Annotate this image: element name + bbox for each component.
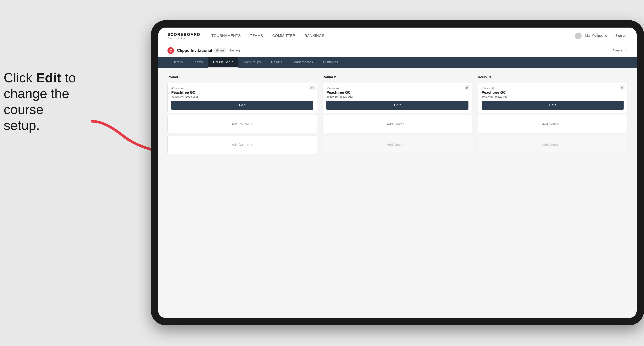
round-1-column: Round 1 🗑 (Course A) Peachtree GC Yellow… — [168, 75, 317, 154]
nav-links: TOURNAMENTS TEAMS COMMITTEE RANKINGS — [212, 34, 575, 38]
hosting-badge: Hosting — [228, 48, 240, 52]
tab-course-setup[interactable]: Course Setup — [208, 57, 238, 68]
round-1-add-course-1-label: Add Course — [232, 122, 249, 126]
round-1-add-course-2-label: Add Course — [232, 143, 249, 147]
nav-right: blair@clippd.io | Sign out — [575, 32, 628, 39]
round-2-add-plus-1-icon: + — [406, 122, 408, 126]
round-3-course-name: Peachtree GC — [482, 90, 624, 95]
instruction-bold: Edit — [36, 70, 61, 85]
tab-details[interactable]: Details — [168, 57, 188, 68]
round-2-course-details: Yellow (M) (6629 yds) — [326, 95, 468, 98]
instruction-text: Click Edit to change the course setup. — [4, 70, 81, 133]
nav-rankings[interactable]: RANKINGS — [304, 34, 324, 38]
tab-results[interactable]: Results — [266, 57, 287, 68]
round-2-add-course-2-label: Add Course — [387, 143, 404, 147]
tab-nav: Details Teams Course Setup Tee Groups Re… — [158, 57, 637, 68]
round-3-add-plus-1-icon: + — [561, 122, 563, 126]
round-1-label: Round 1 — [168, 75, 317, 79]
round-2-course-card: 🗑 (Course A) Peachtree GC Yellow (M) (66… — [322, 83, 472, 113]
round-3-edit-button[interactable]: Edit — [482, 101, 624, 110]
round-2-label: Round 2 — [322, 75, 472, 79]
sub-header: C Clippd Invitational (Men) Hosting Canc… — [158, 44, 637, 57]
round-3-add-plus-2-icon: + — [561, 143, 563, 147]
round-2-add-course-1[interactable]: Add Course + — [322, 115, 472, 133]
tab-tee-groups[interactable]: Tee Groups — [238, 57, 266, 68]
round-3-delete-button[interactable]: 🗑 — [620, 85, 625, 90]
round-3-add-course-2-label: Add Course — [542, 143, 560, 147]
tournament-name: Clippd Invitational — [177, 48, 212, 53]
logo-sub: Powered by clippd — [168, 37, 200, 39]
cancel-icon: ✕ — [625, 48, 628, 53]
user-email: blair@clippd.io — [585, 34, 607, 38]
round-3-course-tag: (Course A) — [482, 87, 624, 90]
nav-separator: | — [611, 34, 612, 38]
round-2-column: Round 2 🗑 (Course A) Peachtree GC Yellow… — [322, 75, 472, 154]
tab-leaderboards[interactable]: Leaderboards — [287, 57, 318, 68]
round-2-course-tag: (Course A) — [326, 87, 468, 90]
round-1-course-details: Yellow (M) (6629 yds) — [171, 95, 313, 98]
round-2-add-plus-2-icon: + — [406, 143, 408, 147]
round-2-delete-button[interactable]: 🗑 — [465, 85, 470, 90]
round-3-add-course-1[interactable]: Add Course + — [478, 115, 628, 133]
nav-teams[interactable]: TEAMS — [250, 34, 263, 38]
round-1-add-plus-1-icon: + — [250, 122, 253, 126]
tab-printables[interactable]: Printables — [318, 57, 343, 68]
round-1-edit-button[interactable]: Edit — [171, 101, 313, 110]
cancel-button[interactable]: Cancel ✕ — [613, 48, 628, 53]
logo-area: SCOREBOARD Powered by clippd — [168, 32, 200, 39]
tablet-frame: SCOREBOARD Powered by clippd TOURNAMENTS… — [151, 20, 644, 325]
round-1-add-course-1[interactable]: Add Course + — [168, 115, 317, 133]
round-1-course-tag: (Course A) — [171, 87, 313, 90]
nav-committee[interactable]: COMMITTEE — [272, 34, 295, 38]
round-1-add-course-2[interactable]: Add Course + — [168, 136, 317, 154]
sign-out-link[interactable]: Sign out — [615, 34, 628, 38]
logo-scoreboard: SCOREBOARD — [168, 32, 200, 37]
user-avatar — [575, 32, 582, 39]
gender-badge: (Men) — [214, 48, 226, 53]
nav-tournaments[interactable]: TOURNAMENTS — [212, 34, 241, 38]
tournament-logo: C — [168, 47, 174, 54]
round-1-add-plus-2-icon: + — [250, 143, 253, 147]
round-3-add-course-2: Add Course + — [478, 136, 628, 154]
round-3-column: Round 3 🗑 (Course A) Peachtree GC Yellow… — [478, 75, 628, 154]
round-1-course-card: 🗑 (Course A) Peachtree GC Yellow (M) (66… — [168, 83, 317, 113]
round-2-add-course-2: Add Course + — [322, 136, 472, 154]
instruction-area: Click Edit to change the course setup. — [4, 70, 81, 133]
main-content: Round 1 🗑 (Course A) Peachtree GC Yellow… — [158, 68, 637, 318]
round-3-course-details: Yellow (M) (6629 yds) — [482, 95, 624, 98]
round-2-add-course-1-label: Add Course — [387, 122, 404, 126]
round-3-course-card: 🗑 (Course A) Peachtree GC Yellow (M) (66… — [478, 83, 628, 113]
tablet-screen: SCOREBOARD Powered by clippd TOURNAMENTS… — [158, 27, 637, 318]
top-nav: SCOREBOARD Powered by clippd TOURNAMENTS… — [158, 27, 637, 44]
round-2-edit-button[interactable]: Edit — [326, 101, 468, 110]
rounds-container: Round 1 🗑 (Course A) Peachtree GC Yellow… — [168, 75, 628, 154]
round-3-add-course-1-label: Add Course — [542, 122, 560, 126]
round-1-delete-button[interactable]: 🗑 — [310, 85, 315, 90]
round-1-course-name: Peachtree GC — [171, 90, 313, 95]
round-3-label: Round 3 — [478, 75, 628, 79]
tab-teams[interactable]: Teams — [188, 57, 208, 68]
round-2-course-name: Peachtree GC — [326, 90, 468, 95]
